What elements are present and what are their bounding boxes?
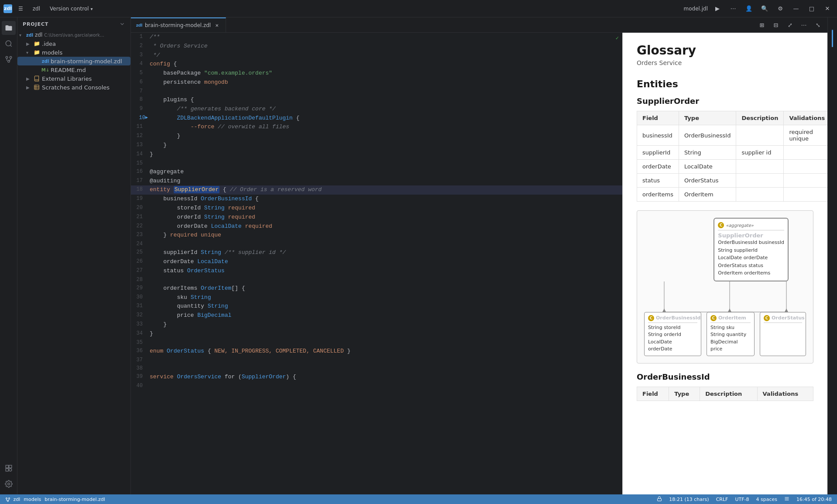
activity-icon-plugins[interactable]	[2, 461, 16, 475]
minimize-button[interactable]: —	[790, 3, 802, 15]
fullscreen-button[interactable]: ⤡	[812, 19, 824, 31]
code-line-6: 6 persistence mongodb	[131, 78, 622, 87]
diagram-supplier-order: C «aggregate» SupplierOrder OrderBusines…	[714, 218, 789, 281]
activity-icon-settings[interactable]	[2, 477, 16, 491]
supplier-order-table: Field Type Description Validations busin…	[637, 111, 827, 202]
more-layouts-button[interactable]: ⋯	[798, 19, 810, 31]
columns-icon	[784, 496, 789, 501]
code-line-21: 21 orderId String required	[131, 213, 622, 222]
table-header-field: Field	[637, 111, 679, 125]
c-aggregate-icon: C	[718, 222, 724, 228]
sidebar-item-model-file-label: brain-storming-model.zdl	[51, 58, 122, 65]
aggregate-name: SupplierOrder	[718, 232, 784, 239]
run-button[interactable]: ▶	[711, 3, 724, 15]
sidebar-item-scratches[interactable]: ▶ Scratches and Consoles	[17, 83, 130, 92]
entities-title: Entities	[637, 79, 813, 89]
top-bar: zdl ☰ zdl Version control ▾ model.jdl ▶ …	[0, 0, 837, 17]
svg-point-23	[9, 497, 10, 499]
folder-idea-icon: 📁	[33, 40, 40, 47]
code-line-27: 27 status OrderStatus	[131, 267, 622, 276]
tab-model-file[interactable]: zdl brain-storming-model.zdl ✕	[131, 17, 226, 32]
tree-arrow-model-file: ▶	[35, 59, 42, 64]
sidebar-item-readme-label: README.md	[51, 67, 86, 73]
diagram-entity-order-item: C OrderItem String sku String quantity B…	[707, 312, 755, 356]
table-header-description-2: Description	[700, 387, 757, 401]
table-row: supplierId String supplier id	[637, 146, 828, 160]
close-button[interactable]: ✕	[821, 3, 834, 15]
ext-libs-icon	[33, 75, 40, 82]
aggregate-body: OrderBusinessId businessId String suppli…	[718, 239, 784, 277]
table-header-type: Type	[679, 111, 736, 125]
status-indent-icon[interactable]	[784, 496, 789, 503]
maximize-button[interactable]: □	[806, 3, 818, 15]
activity-icon-folder[interactable]	[2, 21, 16, 35]
status-right: 18:21 (13 chars) CRLF UTF-8 4 spaces 16:…	[657, 496, 832, 503]
status-line-col[interactable]: 18:21 (13 chars)	[669, 497, 709, 502]
code-line-26: 26 orderDate LocalDate	[131, 257, 622, 267]
scratches-icon	[33, 84, 40, 91]
status-folder[interactable]: models	[24, 497, 41, 502]
code-line-2: 2 * Orders Service	[131, 42, 622, 51]
layout-split-button[interactable]: ⊟	[770, 19, 782, 31]
menu-zdl[interactable]: zdl	[29, 4, 44, 14]
sidebar-item-ext-libs[interactable]: ▶ External Libraries	[17, 74, 130, 83]
aggregate-label: «aggregate»	[726, 223, 754, 228]
lock-icon	[657, 496, 662, 501]
tab-close-button[interactable]: ✕	[213, 22, 220, 29]
menu-hamburger[interactable]: ☰	[15, 4, 27, 14]
activity-icon-search[interactable]	[2, 37, 16, 51]
code-line-3: 3 */	[131, 51, 622, 60]
sidebar-item-readme[interactable]: ▶ M↓ README.md	[17, 65, 130, 74]
tree-arrow-scratches: ▶	[26, 85, 33, 90]
sidebar-chevron-icon	[119, 21, 125, 27]
code-line-5: 5 basePackage "com.example.orders"	[131, 69, 622, 78]
code-line-22: 22 orderDate LocalDate required	[131, 222, 622, 231]
sidebar-item-models-label: models	[42, 49, 62, 56]
code-line-1: 1 /**	[131, 33, 622, 42]
svg-point-2	[6, 56, 8, 58]
code-line-30: 30 sku String	[131, 293, 622, 302]
code-line-40: 40	[131, 382, 622, 390]
code-line-34: 34 }	[131, 329, 622, 339]
code-line-16: 16 @aggregate	[131, 168, 622, 177]
editor-content: ✓ 1 /** 2 * Orders Service 3 */	[131, 33, 827, 494]
status-file[interactable]: brain-storming-model.zdl	[45, 497, 105, 502]
sidebar-item-idea[interactable]: ▶ 📁 .idea	[17, 39, 130, 48]
status-bar: zdl models brain-storming-model.zdl 18:2…	[0, 494, 837, 504]
code-editor[interactable]: ✓ 1 /** 2 * Orders Service 3 */	[131, 33, 622, 494]
table-header-field-2: Field	[637, 387, 669, 401]
code-line-7: 7	[131, 87, 622, 96]
diagram-sub-entities: C OrderBusinessId String storeId String …	[644, 312, 806, 356]
status-encoding-icon[interactable]	[657, 496, 662, 503]
activity-icon-vcs[interactable]	[2, 52, 16, 66]
sidebar-item-root[interactable]: ▾ zdl zdl C:\Users\ivan.garcia\workspace…	[17, 31, 130, 39]
status-branch[interactable]: zdl	[5, 497, 20, 502]
code-line-20: 20 storeId String required	[131, 204, 622, 213]
sidebar-item-models[interactable]: ▾ 📁 models	[17, 48, 130, 57]
status-utf[interactable]: UTF-8	[735, 497, 749, 502]
code-line-10: 10 ▶ ZDLBackendApplicationDefaultPlugin …	[131, 114, 622, 123]
code-line-24: 24	[131, 240, 622, 248]
more-button[interactable]: ⋯	[727, 3, 739, 15]
code-line-25: 25 supplierId String /** supplier id */	[131, 248, 622, 257]
table-row: status OrderStatus	[637, 174, 828, 188]
expand-button[interactable]: ⤢	[784, 19, 796, 31]
branch-icon	[5, 497, 10, 502]
sidebar-item-model-file[interactable]: ▶ zdl brain-storming-model.zdl	[17, 57, 130, 65]
profile-button[interactable]: 👤	[743, 3, 755, 15]
layout-grid-button[interactable]: ⊞	[756, 19, 768, 31]
status-indent[interactable]: 4 spaces	[756, 497, 778, 502]
diagram-aggregate-container: C «aggregate» SupplierOrder OrderBusines…	[644, 218, 806, 281]
zdl-file-icon: zdl	[42, 58, 49, 65]
diagram-layout: C «aggregate» SupplierOrder OrderBusines…	[644, 218, 806, 356]
svg-rect-9	[34, 85, 39, 90]
search-button[interactable]: 🔍	[758, 3, 771, 15]
tree-arrow-root: ▾	[19, 33, 26, 38]
menu-version-control[interactable]: Version control ▾	[46, 4, 96, 14]
zdl-root-icon: zdl	[26, 31, 33, 38]
c-entity-icon-1: C	[648, 315, 654, 321]
status-time[interactable]: 16:45 of 20:48	[796, 497, 832, 502]
status-line-ending[interactable]: CRLF	[716, 497, 728, 502]
settings-button[interactable]: ⚙	[774, 3, 786, 15]
top-bar-filename: model.jdl	[684, 6, 708, 12]
